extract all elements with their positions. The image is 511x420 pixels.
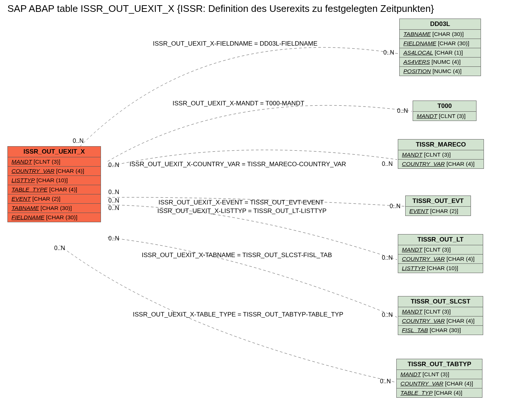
table-field: MANDT [CLNT (3)]: [413, 112, 476, 121]
table-field: TABNAME [CHAR (30)]: [400, 30, 481, 39]
relation-label: ISSR_OUT_UEXIT_X-COUNTRY_VAR = TISSR_MAR…: [130, 161, 346, 168]
table-field: AS4LOCAL [CHAR (1)]: [400, 48, 481, 58]
table-field: AS4VERS [NUMC (4)]: [400, 58, 481, 67]
table-field: COUNTRY_VAR [CHAR (4)]: [398, 160, 484, 168]
table-field: FISL_TAB [CHAR (30)]: [398, 326, 483, 335]
table-header: TISSR_OUT_SLCST: [398, 296, 483, 307]
cardinality: 0..N: [73, 138, 83, 144]
relation-label: ISSR_OUT_UEXIT_X-TABNAME = TISSR_OUT_SLC…: [142, 252, 332, 259]
relation-label: ISSR_OUT_UEXIT_X-MANDT = T000-MANDT: [173, 100, 304, 107]
table-field: FIELDNAME [CHAR (30)]: [8, 213, 101, 222]
cardinality: 0..N: [108, 197, 119, 204]
table-field: MANDT [CLNT (3)]: [398, 150, 484, 160]
table-field: EVENT [CHAR (2)]: [406, 207, 471, 216]
table-field: POSITION [NUMC (4)]: [400, 67, 481, 76]
table-tissr-out-lt: TISSR_OUT_LT MANDT [CLNT (3)] COUNTRY_VA…: [398, 234, 483, 273]
cardinality: 0..N: [380, 378, 391, 385]
table-tissr-out-slcst: TISSR_OUT_SLCST MANDT [CLNT (3)] COUNTRY…: [398, 296, 483, 335]
cardinality: 0..N: [108, 189, 119, 196]
table-header: TISSR_OUT_LT: [398, 234, 483, 245]
relation-label: ISSR_OUT_UEXIT_X-LISTTYP = TISSR_OUT_LT-…: [157, 207, 327, 215]
table-dd03l: DD03L TABNAME [CHAR (30)] FIELDNAME [CHA…: [399, 19, 481, 76]
cardinality: 0..N: [390, 203, 400, 210]
table-field: COUNTRY_VAR [CHAR (4)]: [398, 255, 483, 264]
table-field: COUNTRY_VAR [CHAR (4)]: [398, 316, 483, 326]
table-tissr-out-tabtyp: TISSR_OUT_TABTYP MANDT [CLNT (3)] COUNTR…: [396, 359, 482, 398]
table-header: ISSR_OUT_UEXIT_X: [8, 147, 101, 157]
cardinality: 0..N: [382, 161, 393, 167]
table-field: FIELDNAME [CHAR (30)]: [400, 39, 481, 48]
cardinality: 0..N: [383, 49, 394, 56]
table-field: MANDT [CLNT (3)]: [397, 370, 482, 379]
table-field: LISTTYP [CHAR (10)]: [8, 176, 101, 185]
cardinality: 0..N: [382, 255, 393, 261]
cardinality: 0..N: [397, 108, 408, 114]
table-tissr-mareco: TISSR_MARECO MANDT [CLNT (3)] COUNTRY_VA…: [398, 139, 484, 169]
table-field: TABLE_TYP [CHAR (4)]: [397, 388, 482, 397]
table-field: COUNTRY_VAR [CHAR (4)]: [8, 167, 101, 176]
table-header: DD03L: [400, 19, 481, 30]
cardinality: 0..N: [108, 235, 119, 242]
cardinality: 0..N: [108, 205, 119, 211]
table-header: T000: [413, 101, 476, 112]
table-tissr-out-evt: TISSR_OUT_EVT EVENT [CHAR (2)]: [405, 196, 471, 216]
cardinality: 0..N: [382, 312, 393, 318]
table-field: MANDT [CLNT (3)]: [398, 307, 483, 316]
relation-label: ISSR_OUT_UEXIT_X-FIELDNAME = DD03L-FIELD…: [153, 40, 318, 47]
cardinality: 0..N: [108, 162, 119, 168]
table-header: TISSR_OUT_EVT: [406, 196, 471, 207]
table-header: TISSR_MARECO: [398, 140, 484, 150]
table-field: EVENT [CHAR (2)]: [8, 194, 101, 204]
cardinality: 0..N: [54, 245, 65, 252]
table-header: TISSR_OUT_TABTYP: [397, 359, 482, 370]
diagram-title: SAP ABAP table ISSR_OUT_UEXIT_X {ISSR: D…: [7, 3, 434, 14]
table-t000: T000 MANDT [CLNT (3)]: [413, 101, 476, 121]
table-field: LISTTYP [CHAR (10)]: [398, 264, 483, 273]
table-field: TABNAME [CHAR (30)]: [8, 204, 101, 213]
table-field: MANDT [CLNT (3)]: [8, 157, 101, 167]
relation-label: ISSR_OUT_UEXIT_X-EVENT = TISSR_OUT_EVT-E…: [158, 199, 324, 206]
table-field: TABLE_TYPE [CHAR (4)]: [8, 185, 101, 194]
relation-label: ISSR_OUT_UEXIT_X-TABLE_TYPE = TISSR_OUT_…: [133, 311, 343, 318]
table-field: MANDT [CLNT (3)]: [398, 245, 483, 255]
table-issr-out-uexit-x: ISSR_OUT_UEXIT_X MANDT [CLNT (3)] COUNTR…: [7, 146, 101, 222]
table-field: COUNTRY_VAR [CHAR (4)]: [397, 379, 482, 388]
